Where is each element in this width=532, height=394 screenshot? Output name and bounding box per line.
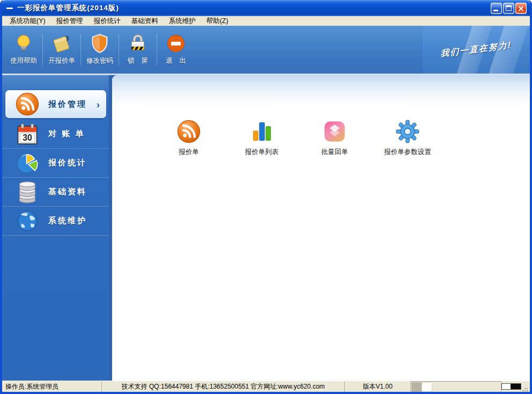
toolbar-button-label: 退 出: [166, 56, 186, 65]
sidebar: 报价管理›30对 账 单报价统计基础资料系统维护: [2, 75, 109, 381]
window-controls: [491, 3, 527, 14]
sidebar-items: 报价管理›30对 账 单报价统计基础资料系统维护: [2, 89, 109, 236]
status-bar: 操作员:系统管理员 技术支持 QQ:156447981 手机:136525005…: [2, 381, 530, 392]
lock-icon: [128, 33, 148, 54]
menu-item-system-functions[interactable]: 系统功能(Y): [4, 16, 51, 26]
toolbar-button-label: 修改密码: [86, 56, 113, 65]
sidebar-item-label: 报价统计: [48, 158, 87, 168]
status-version: 版本V1.00: [345, 381, 411, 392]
toolbar-separator: [80, 34, 81, 65]
toolbar-separator: [119, 34, 119, 65]
database-icon: [15, 180, 40, 205]
menu-item-quote-statistics[interactable]: 报价统计: [88, 16, 126, 26]
toolbar-button-lock-screen[interactable]: 锁 屏: [121, 29, 155, 71]
sidebar-item-label: 报价管理: [48, 99, 87, 110]
toolbar: 使用帮助开报价单修改密码锁 屏退 出 我们一直在努力!: [2, 26, 530, 75]
progress-indicator: [501, 383, 521, 390]
sidebar-item-base-data[interactable]: 基础资料: [2, 178, 109, 207]
window-title: 一彩报价单管理系统(2014版): [17, 3, 119, 13]
toolbar-button-help[interactable]: 使用帮助: [6, 29, 41, 71]
shortcut-grid: 报价单报价单列表批量回单报价单参数设置: [112, 75, 530, 157]
toolbar-button-label: 使用帮助: [10, 56, 37, 65]
note-icon: [51, 33, 72, 54]
toolbar-buttons: 使用帮助开报价单修改密码锁 屏退 出: [6, 26, 193, 74]
sidebar-item-label: 对 账 单: [48, 129, 85, 139]
resize-grip[interactable]: [523, 383, 528, 390]
shortcut-batch-receipt[interactable]: 批量回单: [310, 119, 359, 157]
toolbar-button-new-quote[interactable]: 开报价单: [45, 29, 79, 71]
close-button[interactable]: [515, 3, 527, 14]
toolbar-separator: [157, 34, 157, 65]
maximize-button[interactable]: [503, 3, 514, 14]
slogan-banner: 我们一直在努力!: [423, 26, 530, 74]
shortcut-label: 报价单: [179, 148, 199, 157]
body-area: 报价管理›30对 账 单报价统计基础资料系统维护 报价单报价单列表批量回单报价单…: [2, 75, 530, 381]
title-bar[interactable]: 一彩报价单管理系统(2014版): [2, 0, 530, 16]
menu-item-system-maintenance[interactable]: 系统维护: [164, 16, 201, 26]
sidebar-item-statement[interactable]: 30对 账 单: [2, 120, 109, 149]
svg-text:30: 30: [23, 133, 32, 142]
menu-item-help[interactable]: 帮助(Z): [201, 16, 234, 26]
menu-item-base-data[interactable]: 基础资料: [126, 16, 164, 26]
shortcut-quote-list[interactable]: 报价单列表: [237, 119, 286, 157]
minimize-button[interactable]: [491, 3, 502, 14]
status-right-panel: [501, 381, 530, 392]
minimize-icon: [493, 10, 498, 11]
rss-icon: [15, 92, 40, 116]
status-operator: 操作员:系统管理员: [2, 381, 102, 392]
exit-icon: [166, 33, 186, 54]
rss-icon: [176, 119, 201, 144]
main-panel: 报价单报价单列表批量回单报价单参数设置: [112, 75, 530, 381]
progress-block-gray: [411, 382, 422, 392]
shield-icon: [90, 33, 110, 54]
toolbar-button-exit[interactable]: 退 出: [159, 29, 193, 71]
toolbar-button-label: 锁 屏: [128, 56, 148, 65]
pie-chart-icon: [15, 151, 40, 176]
sidebar-item-system-maintenance[interactable]: 系统维护: [2, 207, 109, 236]
menu-item-quote-management[interactable]: 报价管理: [51, 16, 88, 26]
status-support: 技术支持 QQ:156447981 手机:13652500551 官方网址:ww…: [102, 381, 345, 392]
slogan-text: 我们一直在努力!: [441, 40, 512, 60]
progress-block-white: [422, 382, 432, 392]
globe-icon: [15, 209, 40, 234]
sidebar-item-label: 基础资料: [48, 187, 87, 197]
toolbar-button-label: 开报价单: [48, 56, 75, 65]
status-progress-panel: [411, 381, 501, 392]
app-window: 一彩报价单管理系统(2014版) 系统功能(Y)报价管理报价统计基础资料系统维护…: [0, 0, 532, 394]
app-icon: [6, 4, 15, 12]
maximize-icon: [506, 5, 512, 11]
sidebar-item-label: 系统维护: [48, 216, 87, 226]
shortcut-label: 批量回单: [321, 148, 348, 157]
toolbar-button-change-password[interactable]: 修改密码: [83, 29, 117, 71]
sidebar-item-quote-statistics[interactable]: 报价统计: [2, 149, 109, 178]
sidebar-header: [2, 75, 109, 89]
shortcut-quote-settings[interactable]: 报价单参数设置: [383, 119, 432, 157]
shortcut-quote[interactable]: 报价单: [164, 119, 213, 157]
layers-icon: [322, 119, 347, 144]
calendar-30-icon: 30: [15, 122, 40, 147]
bar-chart-icon: [249, 119, 274, 144]
gear-icon: [395, 119, 420, 144]
menu-bar: 系统功能(Y)报价管理报价统计基础资料系统维护帮助(Z): [2, 16, 530, 26]
bulb-icon: [13, 33, 34, 54]
toolbar-separator: [42, 34, 43, 65]
sidebar-item-quote-management[interactable]: 报价管理›: [5, 90, 106, 118]
shortcut-label: 报价单列表: [245, 148, 279, 157]
shortcut-label: 报价单参数设置: [384, 148, 431, 157]
chevron-right-icon: ›: [97, 99, 100, 110]
